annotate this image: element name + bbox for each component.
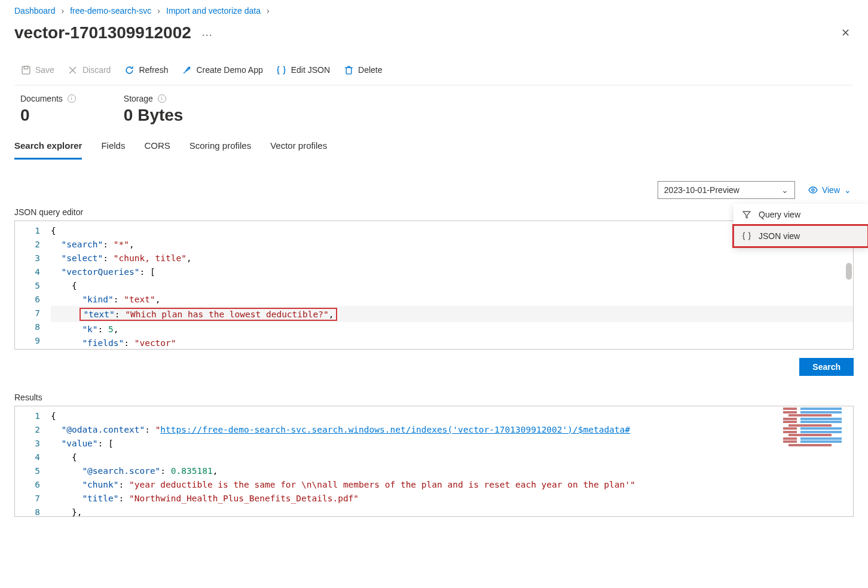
demo-app-icon xyxy=(181,65,192,75)
tab-scoring[interactable]: Scoring profiles xyxy=(190,136,251,160)
code-area[interactable]: { "search": "*", "select": "chunk, title… xyxy=(51,221,853,349)
svg-rect-0 xyxy=(22,66,30,74)
filter-icon xyxy=(742,210,751,219)
chevron-right-icon: › xyxy=(62,6,65,16)
delete-icon xyxy=(343,65,354,75)
save-icon xyxy=(20,65,31,75)
info-icon[interactable]: i xyxy=(68,94,76,103)
documents-value: 0 xyxy=(20,106,76,125)
svg-rect-1 xyxy=(24,66,27,69)
edit-json-button[interactable]: Edit JSON xyxy=(275,61,331,79)
discard-icon xyxy=(68,65,78,75)
tab-search-explorer[interactable]: Search explorer xyxy=(14,136,82,160)
view-dropdown-button[interactable]: View ⌄ xyxy=(806,182,854,198)
query-view-option[interactable]: Query view xyxy=(733,204,868,225)
tab-vector[interactable]: Vector profiles xyxy=(270,136,327,160)
code-area[interactable]: { "@odata.context": "https://free-demo-s… xyxy=(51,406,853,516)
info-icon[interactable]: i xyxy=(158,94,166,103)
tab-fields[interactable]: Fields xyxy=(101,136,125,160)
breadcrumb: Dashboard › free-demo-search-svc › Impor… xyxy=(0,0,868,20)
line-gutter: 12345678 xyxy=(15,406,51,516)
scrollbar[interactable] xyxy=(846,263,852,280)
svg-point-8 xyxy=(812,189,814,191)
svg-point-4 xyxy=(189,67,190,68)
refresh-icon xyxy=(124,65,135,75)
toolbar: Save Discard Refresh Create Demo App Edi… xyxy=(14,61,854,85)
breadcrumb-service[interactable]: free-demo-search-svc xyxy=(70,6,151,16)
tab-bar: Search explorer Fields CORS Scoring prof… xyxy=(0,136,868,160)
braces-icon xyxy=(276,65,287,75)
json-view-option[interactable]: JSON view xyxy=(733,225,868,247)
stats-row: Documentsi 0 Storagei 0 Bytes xyxy=(0,85,868,136)
json-query-editor[interactable]: 123456789 { "search": "*", "select": "ch… xyxy=(14,220,854,350)
line-gutter: 123456789 xyxy=(15,221,51,349)
storage-value: 0 Bytes xyxy=(124,106,184,125)
delete-button[interactable]: Delete xyxy=(342,61,383,79)
breadcrumb-import[interactable]: Import and vectorize data xyxy=(166,6,261,16)
create-demo-button[interactable]: Create Demo App xyxy=(180,61,264,79)
chevron-right-icon: › xyxy=(157,6,160,16)
chevron-down-icon: ⌄ xyxy=(781,185,788,195)
breadcrumb-dashboard[interactable]: Dashboard xyxy=(14,6,56,16)
more-icon[interactable]: ··· xyxy=(202,29,213,41)
page-title: vector-1701309912002 xyxy=(14,23,191,42)
search-button[interactable]: Search xyxy=(799,358,854,376)
discard-button[interactable]: Discard xyxy=(66,61,112,79)
chevron-right-icon: › xyxy=(267,6,270,16)
results-editor[interactable]: 12345678 { "@odata.context": "https://fr… xyxy=(14,406,854,517)
documents-label: Documents xyxy=(20,94,63,103)
chevron-down-icon: ⌄ xyxy=(844,185,851,195)
tab-cors[interactable]: CORS xyxy=(144,136,170,160)
save-button[interactable]: Save xyxy=(19,61,56,79)
view-dropdown: Query view JSON view xyxy=(733,204,868,247)
results-label: Results xyxy=(0,384,868,406)
storage-label: Storage xyxy=(124,94,153,103)
refresh-button[interactable]: Refresh xyxy=(123,61,169,79)
svg-rect-5 xyxy=(346,68,352,74)
api-version-select[interactable]: 2023-10-01-Preview ⌄ xyxy=(658,181,795,199)
close-icon[interactable]: ✕ xyxy=(838,23,854,43)
braces-icon xyxy=(742,231,751,241)
eye-icon xyxy=(808,185,818,195)
